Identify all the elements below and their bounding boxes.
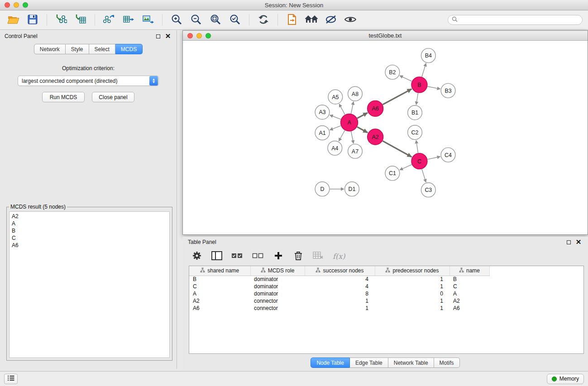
table-row[interactable]: A6connector11A6 — [189, 305, 489, 312]
edge-A-A4[interactable] — [339, 130, 345, 141]
node-A5[interactable]: A5 — [328, 90, 343, 104]
task-history-button[interactable] — [4, 374, 18, 384]
add-column-button[interactable] — [273, 250, 284, 262]
network-canvas[interactable]: B4B2BB3A8A5A6B1A3AC2A1A2A4A7CC4C1C3DD1 — [183, 41, 587, 234]
node-B2[interactable]: B2 — [385, 65, 400, 80]
node-C4[interactable]: C4 — [441, 148, 455, 162]
edge-A-A7[interactable] — [351, 131, 354, 143]
edge-A-A2[interactable] — [357, 127, 368, 133]
graphics-details-button[interactable] — [322, 12, 339, 28]
run-mcds-button[interactable]: Run MCDS — [42, 92, 85, 102]
node-A7[interactable]: A7 — [348, 144, 363, 158]
home-button[interactable] — [303, 12, 320, 28]
edge-C-C3[interactable] — [422, 169, 426, 182]
close-panel-button[interactable]: ✕ — [574, 238, 583, 246]
search-input[interactable] — [460, 17, 578, 23]
zoom-selected-button[interactable] — [226, 12, 244, 28]
column-header-mcds-role[interactable]: MCDS role — [250, 266, 305, 276]
node-C3[interactable]: C3 — [421, 183, 435, 197]
close-mcds-panel-button[interactable]: Close panel — [92, 92, 134, 102]
minimize-window-button[interactable] — [14, 2, 19, 8]
table-row[interactable]: Bdominator41B — [189, 276, 489, 283]
search-box[interactable] — [448, 15, 583, 25]
node-C2[interactable]: C2 — [408, 125, 422, 140]
column-header-successor-nodes[interactable]: successor nodes — [305, 266, 375, 276]
tab-network-table[interactable]: Network Table — [388, 357, 434, 368]
float-panel-button[interactable] — [154, 33, 162, 40]
zoom-window-button[interactable] — [23, 2, 28, 8]
tab-style[interactable]: Style — [66, 44, 89, 54]
edge-A-A5[interactable] — [339, 104, 345, 114]
table-settings-button[interactable] — [191, 250, 202, 262]
memory-button[interactable]: Memory — [547, 374, 584, 384]
column-header-predecessor-nodes[interactable]: predecessor nodes — [375, 266, 449, 276]
zoom-in-button[interactable] — [168, 12, 185, 28]
mcds-result-item[interactable]: A — [12, 220, 167, 227]
node-B3[interactable]: B3 — [441, 83, 455, 98]
show-columns-button[interactable] — [211, 250, 222, 262]
select-all-button[interactable] — [231, 250, 243, 262]
edge-C-C1[interactable] — [400, 165, 412, 170]
node-A6[interactable]: A6 — [368, 101, 383, 117]
mcds-result-item[interactable]: B — [12, 227, 167, 234]
optimization-criterion-select[interactable]: largest connected component (directed) ▲… — [18, 76, 159, 86]
export-network-button[interactable] — [100, 12, 118, 28]
column-header-name[interactable]: name — [449, 266, 489, 276]
edge-B-B1[interactable] — [416, 93, 418, 105]
refresh-button[interactable] — [255, 12, 272, 28]
save-session-button[interactable] — [24, 12, 41, 28]
delete-table-button[interactable] — [313, 250, 324, 262]
minimize-window-button[interactable] — [196, 33, 202, 38]
close-panel-button[interactable]: ✕ — [164, 33, 172, 40]
network-window-titlebar[interactable]: testGlobe.txt — [183, 31, 588, 41]
close-window-button[interactable] — [5, 2, 10, 8]
edge-A-A1[interactable] — [330, 126, 341, 130]
node-A2[interactable]: A2 — [368, 129, 383, 145]
tab-mcds[interactable]: MCDS — [115, 44, 143, 54]
mcds-result-item[interactable]: A2 — [12, 213, 167, 220]
mcds-result-item[interactable]: C — [12, 234, 167, 242]
node-B4[interactable]: B4 — [421, 48, 435, 63]
tab-edge-table[interactable]: Edge Table — [350, 357, 388, 368]
export-image-button[interactable] — [139, 12, 157, 28]
edge-B-B4[interactable] — [422, 63, 426, 77]
node-A4[interactable]: A4 — [328, 141, 342, 155]
node-B[interactable]: B — [411, 77, 427, 93]
edge-B-B3[interactable] — [427, 86, 440, 89]
node-B1[interactable]: B1 — [408, 105, 422, 120]
node-A8[interactable]: A8 — [348, 86, 363, 101]
import-network-button[interactable] — [53, 12, 70, 28]
mcds-result-item[interactable]: A6 — [12, 242, 167, 249]
column-header-shared-name[interactable]: shared name — [189, 266, 250, 276]
zoom-fit-button[interactable] — [207, 12, 224, 28]
node-C1[interactable]: C1 — [385, 166, 400, 181]
import-table-button[interactable] — [72, 12, 89, 28]
edge-A2-C[interactable] — [382, 141, 411, 157]
edge-C-C2[interactable] — [416, 140, 418, 153]
float-panel-button[interactable] — [564, 238, 573, 246]
show-hide-panel-button[interactable] — [342, 12, 359, 28]
tab-network[interactable]: Network — [34, 44, 66, 54]
function-builder-button[interactable]: f(x) — [333, 250, 345, 262]
zoom-out-button[interactable] — [187, 12, 205, 28]
first-neighbors-button[interactable] — [283, 12, 301, 28]
deselect-all-button[interactable] — [252, 250, 264, 262]
node-D1[interactable]: D1 — [345, 182, 359, 196]
tab-select[interactable]: Select — [89, 44, 115, 54]
table-row[interactable]: A2connector11A2 — [189, 297, 489, 305]
zoom-window-button[interactable] — [206, 33, 211, 38]
node-A1[interactable]: A1 — [315, 126, 330, 140]
edge-C-C4[interactable] — [427, 157, 440, 159]
edge-A-A6[interactable] — [357, 113, 368, 118]
tab-node-table[interactable]: Node Table — [311, 357, 350, 368]
edge-B-B2[interactable] — [400, 76, 412, 81]
delete-column-button[interactable] — [293, 250, 304, 262]
export-table-button[interactable] — [120, 12, 137, 28]
node-A3[interactable]: A3 — [315, 105, 330, 119]
close-window-button[interactable] — [187, 33, 193, 38]
tab-motifs[interactable]: Motifs — [434, 357, 460, 368]
table-row[interactable]: Adominator80A — [189, 290, 489, 297]
node-A[interactable]: A — [341, 114, 358, 131]
mcds-result-list[interactable]: A2ABCA6 — [9, 211, 170, 358]
table-row[interactable]: Cdominator41C — [189, 283, 489, 290]
